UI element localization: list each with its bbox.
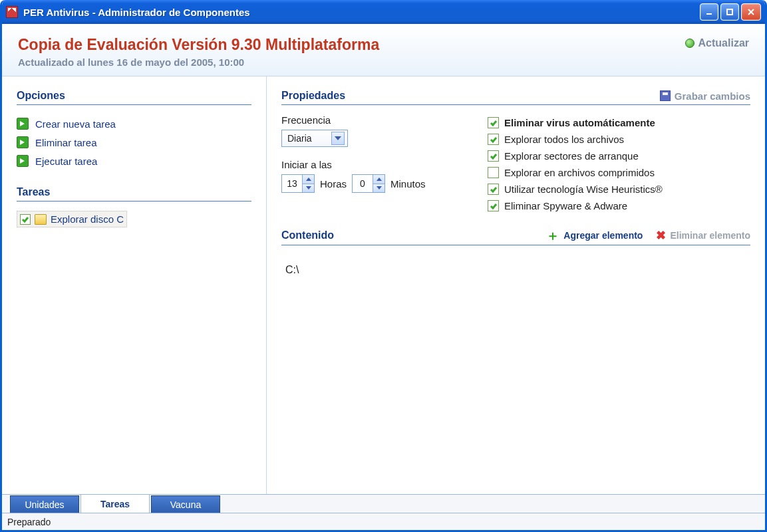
- svg-marker-8: [306, 178, 311, 181]
- window-title: PER Antivirus - Administrador de Compone…: [23, 7, 700, 18]
- close-button[interactable]: [741, 3, 761, 21]
- sidebar: Opciones Crear nueva tarea Eliminar tare…: [2, 76, 267, 494]
- spinner-up-button[interactable]: [302, 175, 314, 184]
- checkbox-label: Utilizar tecnología Wise Heuristics®: [504, 184, 663, 195]
- svg-marker-11: [377, 186, 382, 190]
- svg-marker-7: [335, 136, 341, 140]
- checkbox[interactable]: [488, 167, 499, 178]
- property-checkbox[interactable]: Eliminar virus automáticamente: [488, 114, 750, 131]
- svg-marker-6: [20, 158, 25, 164]
- hours-label: Horas: [320, 178, 347, 190]
- checkbox-label: Eliminar Spyware & Adware: [504, 200, 627, 211]
- spinner-down-button[interactable]: [302, 184, 314, 193]
- frequency-value: Diaria: [287, 133, 312, 144]
- properties-title: Propiedades: [281, 90, 345, 102]
- checkbox[interactable]: [488, 150, 499, 162]
- statusbar: Preparado: [2, 513, 765, 530]
- minutes-value: 0: [353, 175, 373, 192]
- spinner-down-button[interactable]: [373, 184, 384, 193]
- option-run-task[interactable]: Ejecutar tarea: [17, 152, 251, 170]
- status-text: Preparado: [7, 517, 51, 527]
- svg-rect-1: [727, 9, 732, 15]
- start-at-label: Iniciar a las: [281, 159, 468, 170]
- last-updated: Actualizado al lunes 16 de mayo del 2005…: [18, 57, 379, 68]
- checkbox-label: Explorar todos los archivos: [504, 134, 624, 145]
- checkbox[interactable]: [488, 200, 499, 211]
- option-label: Crear nueva tarea: [35, 118, 116, 130]
- frequency-label: Frecuencia: [281, 114, 468, 126]
- property-checkbox[interactable]: Explorar sectores de arranque: [488, 148, 750, 164]
- arrow-right-icon: [17, 155, 29, 167]
- tab-tareas[interactable]: Tareas: [80, 494, 150, 513]
- header: Copia de Evaluación Versión 9.30 Multipl…: [2, 24, 765, 76]
- svg-marker-5: [20, 140, 25, 145]
- checkbox[interactable]: [488, 117, 499, 128]
- update-icon: [685, 39, 694, 48]
- svg-marker-10: [377, 178, 382, 181]
- tasks-title: Tareas: [17, 186, 251, 201]
- save-icon: [660, 90, 671, 101]
- app-window: PER Antivirus - Administrador de Compone…: [0, 0, 767, 532]
- checkbox[interactable]: [488, 184, 499, 195]
- content-panel: Propiedades Grabar cambios Frecuencia Di…: [267, 76, 765, 494]
- checkbox-label: Explorar sectores de arranque: [504, 150, 639, 162]
- minutes-spinner[interactable]: 0: [352, 174, 385, 193]
- property-checkbox[interactable]: Eliminar Spyware & Adware: [488, 198, 750, 214]
- save-changes-button[interactable]: Grabar cambios: [660, 90, 750, 102]
- svg-marker-4: [20, 121, 25, 126]
- app-icon: [6, 6, 18, 18]
- content-item[interactable]: C:\: [285, 264, 746, 276]
- del-label: Eliminar elemento: [670, 230, 750, 241]
- checkbox-label: Explorar en archivos comprimidos: [504, 167, 655, 178]
- checkbox-label: Eliminar virus automáticamente: [504, 117, 655, 128]
- property-checkbox[interactable]: Explorar en archivos comprimidos: [488, 164, 750, 181]
- update-label: Actualizar: [698, 37, 749, 49]
- folder-icon: [35, 214, 47, 225]
- hours-value: 13: [282, 175, 302, 192]
- save-label: Grabar cambios: [675, 90, 750, 102]
- add-label: Agregar elemento: [563, 230, 643, 241]
- arrow-right-icon: [17, 136, 29, 148]
- maximize-button[interactable]: [720, 3, 739, 21]
- option-create-task[interactable]: Crear nueva tarea: [17, 114, 251, 133]
- property-checkbox[interactable]: Utilizar tecnología Wise Heuristics®: [488, 181, 750, 198]
- add-element-button[interactable]: ＋ Agregar elemento: [546, 229, 643, 242]
- frequency-select[interactable]: Diaria: [281, 130, 348, 147]
- remove-element-button: ✖ Eliminar elemento: [656, 229, 750, 241]
- option-delete-task[interactable]: Eliminar tarea: [17, 133, 251, 152]
- tab-vacuna[interactable]: Vacuna: [151, 495, 220, 513]
- minutes-label: Minutos: [390, 178, 426, 190]
- svg-marker-9: [306, 186, 311, 190]
- task-checkbox[interactable]: [20, 214, 31, 225]
- options-title: Opciones: [17, 90, 251, 105]
- properties-checks: Eliminar virus automáticamenteExplorar t…: [488, 114, 750, 214]
- tab-unidades[interactable]: Unidades: [10, 495, 79, 513]
- task-label: Explorar disco C: [51, 213, 124, 225]
- option-label: Ejecutar tarea: [35, 156, 97, 167]
- page-title: Copia de Evaluación Versión 9.30 Multipl…: [18, 36, 379, 54]
- option-label: Eliminar tarea: [35, 137, 97, 148]
- bottom-tabs: UnidadesTareasVacuna: [2, 494, 765, 513]
- plus-icon: ＋: [546, 229, 559, 242]
- chevron-down-icon: [331, 132, 345, 145]
- checkbox[interactable]: [488, 134, 499, 145]
- arrow-right-icon: [17, 118, 29, 130]
- content-list: C:\: [281, 255, 750, 285]
- spinner-up-button[interactable]: [373, 175, 384, 184]
- titlebar[interactable]: PER Antivirus - Administrador de Compone…: [2, 0, 765, 24]
- minimize-button[interactable]: [700, 3, 718, 21]
- update-button[interactable]: Actualizar: [685, 37, 749, 49]
- property-checkbox[interactable]: Explorar todos los archivos: [488, 131, 750, 148]
- task-item[interactable]: Explorar disco C: [17, 211, 127, 227]
- hours-spinner[interactable]: 13: [281, 174, 315, 193]
- x-icon: ✖: [656, 229, 666, 241]
- content-title: Contenido: [281, 229, 334, 241]
